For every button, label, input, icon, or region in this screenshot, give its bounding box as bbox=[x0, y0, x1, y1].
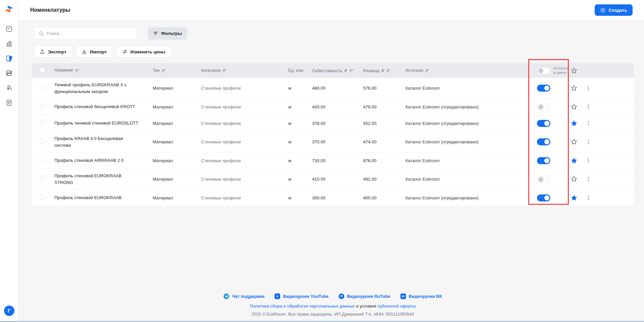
row-menu-icon[interactable] bbox=[585, 139, 591, 145]
use-in-estimate-toggle[interactable] bbox=[537, 103, 550, 110]
use-in-estimate-header-toggle[interactable] bbox=[537, 67, 550, 74]
row-menu-icon[interactable] bbox=[585, 85, 591, 91]
user-avatar[interactable]: Г bbox=[4, 306, 14, 316]
row-menu-icon[interactable] bbox=[585, 120, 591, 126]
export-button[interactable]: Экспорт bbox=[34, 46, 72, 58]
vk-icon: VK bbox=[400, 293, 406, 299]
use-in-estimate-toggle[interactable] bbox=[537, 138, 550, 145]
sort-icon-type[interactable] bbox=[162, 69, 166, 73]
nomenclature-name[interactable]: Профиль стеновой EUROKRAAB bbox=[54, 194, 153, 201]
use-in-estimate-toggle[interactable] bbox=[537, 157, 550, 164]
column-header-type: Тип bbox=[153, 68, 160, 73]
retail-value: 876.00 bbox=[363, 158, 405, 163]
favorite-star-icon[interactable] bbox=[571, 176, 578, 183]
column-header-cost: Себестоимость, ₽ bbox=[312, 68, 347, 73]
sidebar-item-company-building-icon[interactable] bbox=[5, 40, 13, 48]
use-in-estimate-toggle[interactable] bbox=[537, 176, 550, 183]
sidebar-nav bbox=[5, 25, 13, 107]
favorites-filter-star-icon[interactable] bbox=[571, 67, 578, 74]
sort-icon-name[interactable] bbox=[75, 69, 80, 73]
use-in-estimate-toggle[interactable] bbox=[537, 120, 550, 127]
row-menu-icon[interactable] bbox=[585, 157, 591, 164]
main-area: Номенклатуры Создать bbox=[18, 0, 644, 322]
table-row: Профиль стеновой EUROKRAAB Материал Стен… bbox=[32, 189, 634, 206]
source-value: Каталог Estiroom bbox=[405, 86, 537, 91]
nomenclature-name[interactable]: Профиль стеновой AIRKRAAB 2.0 bbox=[54, 157, 153, 164]
sort-icon-cost[interactable] bbox=[349, 69, 354, 73]
category-value: Стеновые профили bbox=[201, 139, 288, 144]
type-value: Материал bbox=[153, 104, 201, 109]
nomenclature-name[interactable]: Профиль теневой стеновой EUROSLOTT bbox=[54, 120, 153, 127]
type-value: Материал bbox=[153, 195, 201, 200]
retail-value: 474.00 bbox=[363, 139, 405, 144]
import-button[interactable]: Импорт bbox=[76, 46, 112, 58]
row-checkbox[interactable] bbox=[40, 85, 45, 90]
use-in-estimate-toggle[interactable] bbox=[537, 194, 550, 201]
retail-value: 479.00 bbox=[363, 104, 405, 109]
rutube-icon: R bbox=[339, 293, 344, 299]
export-button-label: Экспорт bbox=[48, 49, 66, 54]
row-menu-icon[interactable] bbox=[585, 104, 591, 110]
nomenclature-name[interactable]: Профиль KRAAB 4.0 Бесщелевая система bbox=[54, 135, 153, 148]
filters-button[interactable]: Фильтры bbox=[148, 27, 187, 40]
public-offer-link[interactable]: публичной оферты bbox=[377, 304, 416, 309]
sort-icon-category[interactable] bbox=[222, 69, 227, 73]
source-value: Каталог Estiroom (отредактировано) bbox=[405, 121, 537, 126]
row-checkbox[interactable] bbox=[40, 138, 45, 144]
sidebar-item-nomenclatures-swatches-icon[interactable] bbox=[5, 54, 13, 62]
vk-link[interactable]: VK Видеоуроки ВК bbox=[400, 293, 442, 299]
copyright-text: 2025 © EstiRoom. Все права защищены, ИП … bbox=[32, 312, 634, 317]
table-row: Профиль стеновой EUROKRAAB STRONG Матери… bbox=[32, 169, 634, 189]
row-checkbox[interactable] bbox=[40, 103, 45, 109]
column-header-use-in-estimate: Использ. в смете bbox=[553, 66, 569, 75]
retail-value: 552.00 bbox=[363, 121, 405, 126]
nomenclature-name[interactable]: Профиль стеновой EUROKRAAB STRONG bbox=[54, 173, 153, 186]
actions-row: Экспорт Импорт Изменить цены bbox=[34, 46, 634, 58]
youtube-icon bbox=[275, 293, 280, 299]
type-value: Материал bbox=[153, 86, 201, 91]
sidebar-item-ruble-rates-icon[interactable] bbox=[5, 84, 13, 92]
sort-icon-retail[interactable] bbox=[386, 69, 391, 73]
row-checkbox[interactable] bbox=[40, 120, 45, 126]
unit-value: м bbox=[288, 158, 312, 163]
support-chat-link[interactable]: Чат поддержки bbox=[224, 293, 264, 299]
row-checkbox[interactable] bbox=[40, 157, 45, 163]
row-checkbox[interactable] bbox=[40, 176, 45, 181]
create-button[interactable]: Создать bbox=[595, 4, 633, 16]
search-input[interactable] bbox=[47, 31, 133, 36]
favorite-star-icon[interactable] bbox=[571, 194, 578, 201]
import-button-label: Импорт bbox=[90, 49, 107, 54]
nomenclature-name[interactable]: Профиль стеновой бесщелевой KROTT bbox=[54, 103, 153, 110]
topbar: Номенклатуры Создать bbox=[18, 0, 644, 20]
sort-icon-source[interactable] bbox=[425, 69, 430, 73]
change-prices-button[interactable]: Изменить цены bbox=[117, 46, 171, 58]
change-prices-button-label: Изменить цены bbox=[131, 49, 165, 54]
sidebar-item-projects-board-icon[interactable] bbox=[5, 25, 13, 33]
rutube-link[interactable]: R Видеоуроки RuTube bbox=[339, 293, 390, 299]
row-menu-icon[interactable] bbox=[585, 176, 591, 182]
row-checkbox[interactable] bbox=[40, 194, 45, 200]
unit-value: м bbox=[288, 177, 312, 182]
estiroom-logo-icon[interactable] bbox=[4, 4, 14, 14]
favorite-star-icon[interactable] bbox=[571, 138, 578, 145]
type-value: Материал bbox=[153, 121, 201, 126]
favorite-star-icon[interactable] bbox=[571, 120, 578, 127]
table-row: Профиль стеновой AIRKRAAB 2.0 Материал С… bbox=[32, 152, 634, 169]
sidebar-item-document-templates-icon[interactable] bbox=[5, 99, 13, 107]
privacy-policy-link[interactable]: Политика сбора и обработки персональных … bbox=[250, 304, 355, 309]
favorite-star-icon[interactable] bbox=[571, 157, 578, 164]
select-all-checkbox[interactable] bbox=[40, 67, 45, 73]
sidebar-item-estimates-toggles-icon[interactable] bbox=[5, 69, 13, 77]
page-title: Номенклатуры bbox=[30, 7, 70, 13]
row-menu-icon[interactable] bbox=[585, 195, 591, 201]
content: Фильтры Экспорт Импорт bbox=[18, 20, 644, 322]
favorite-star-icon[interactable] bbox=[571, 85, 578, 92]
nomenclature-name[interactable]: Теневой профиль EUROKRAAB X с функционал… bbox=[54, 82, 153, 95]
youtube-link[interactable]: Видеоуроки YouTube bbox=[275, 293, 328, 299]
use-in-estimate-toggle[interactable] bbox=[537, 85, 550, 92]
table-header-row: Название Тип Категория bbox=[32, 63, 634, 78]
favorite-star-icon[interactable] bbox=[571, 103, 578, 110]
source-value: Каталог Estiroom (отредактировано) bbox=[405, 104, 537, 109]
plus-circle-icon bbox=[600, 7, 606, 13]
cost-value: 300.00 bbox=[312, 195, 363, 200]
